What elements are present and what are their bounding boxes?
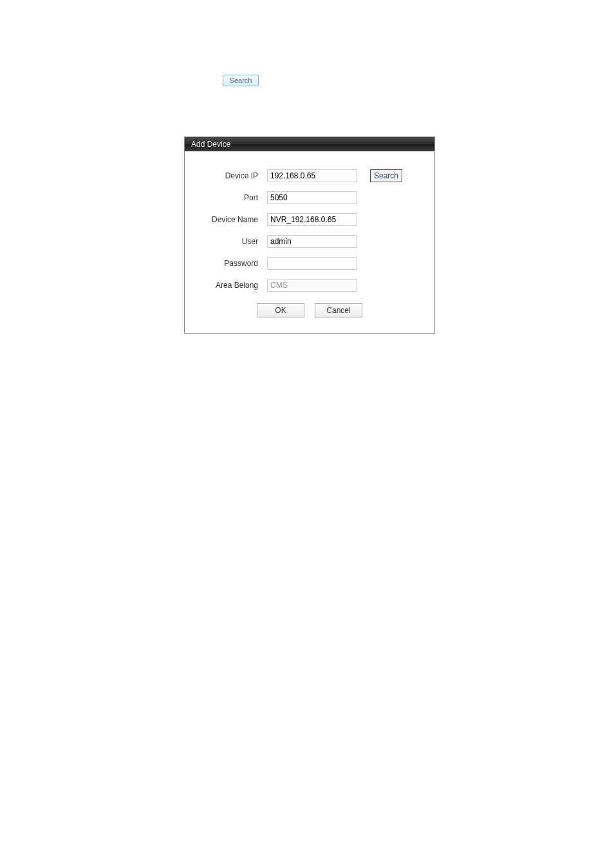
label-user: User [196, 237, 267, 246]
input-port[interactable] [267, 191, 357, 204]
cancel-button[interactable]: Cancel [315, 303, 362, 317]
row-area-belong: Area Belong [196, 279, 423, 292]
row-device-name: Device Name [196, 213, 423, 226]
label-device-name: Device Name [196, 215, 267, 224]
input-device-ip[interactable] [267, 169, 357, 182]
ok-button[interactable]: OK [257, 303, 304, 317]
top-search-button[interactable]: Search [223, 75, 259, 86]
dialog-body: Device IP Search Port Device Name User P… [185, 151, 434, 333]
row-device-ip: Device IP Search [196, 169, 423, 182]
dialog-title: Add Device [191, 140, 230, 149]
label-port: Port [196, 193, 267, 202]
input-password[interactable] [267, 257, 357, 270]
label-device-ip: Device IP [196, 171, 267, 180]
label-password: Password [196, 259, 267, 268]
input-area-belong[interactable] [267, 279, 357, 292]
dialog-titlebar: Add Device [185, 137, 434, 151]
row-password: Password [196, 257, 423, 270]
input-device-name[interactable] [267, 213, 357, 226]
dialog-button-row: OK Cancel [196, 303, 423, 317]
input-user[interactable] [267, 235, 357, 248]
row-port: Port [196, 191, 423, 204]
label-area-belong: Area Belong [196, 281, 267, 290]
row-user: User [196, 235, 423, 248]
search-button[interactable]: Search [370, 169, 402, 182]
add-device-dialog: Add Device Device IP Search Port Device … [184, 137, 435, 334]
